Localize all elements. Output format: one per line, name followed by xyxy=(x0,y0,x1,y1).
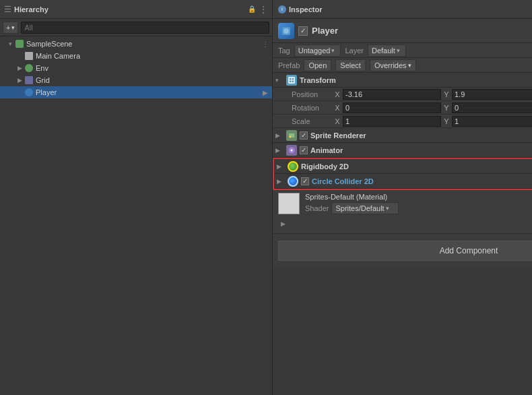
player-icon xyxy=(24,88,34,97)
shader-label: Shader xyxy=(305,204,329,212)
position-y-label: Y xyxy=(442,90,451,98)
rotation-y-input[interactable] xyxy=(452,102,532,113)
object-name: Player xyxy=(312,26,532,36)
scene-arrow: ▾ xyxy=(5,39,15,49)
add-component-label: Add Component xyxy=(440,246,498,255)
hierarchy-content: ▾ SampleScene ⋮ ▶ Main Camera ▶ xyxy=(0,36,272,395)
tree-item-env[interactable]: ▶ Env xyxy=(0,62,272,74)
transform-arrow: ▾ xyxy=(275,77,284,84)
position-y-input[interactable] xyxy=(452,89,532,100)
animator-title: Animator xyxy=(310,146,532,154)
circle-collider-arrow: ▶ xyxy=(277,178,285,185)
prefab-select-button[interactable]: Select xyxy=(335,59,366,71)
plus-icon: + xyxy=(6,24,10,32)
env-icon xyxy=(24,63,34,73)
layer-dropdown[interactable]: Default xyxy=(368,44,406,57)
camera-arrow: ▶ xyxy=(15,51,24,61)
tree-item-maincamera[interactable]: ▶ Main Camera xyxy=(0,50,272,62)
rotation-xyz: X Y Z xyxy=(333,102,532,113)
material-expand-row[interactable]: ▶ xyxy=(278,217,532,231)
position-x-input[interactable] xyxy=(343,89,441,100)
env-label: Env xyxy=(36,64,48,72)
shader-row: Shader Sprites/Default xyxy=(305,202,532,214)
animator-header[interactable]: ▶ Animator ? ⇅ ⋮ xyxy=(273,143,532,158)
tree-item-samplescene[interactable]: ▾ SampleScene ⋮ xyxy=(0,38,272,50)
overrides-arrow: ▾ xyxy=(408,62,411,69)
rigidbody-header[interactable]: ▶ Rigidbody 2D ? ⇅ ⋮ xyxy=(274,159,532,174)
tree-item-grid[interactable]: ▶ Grid xyxy=(0,74,272,86)
position-x-label: X xyxy=(333,90,341,98)
rotation-x-input[interactable] xyxy=(343,102,441,113)
env-arrow: ▶ xyxy=(15,63,24,73)
prefab-overrides-button[interactable]: Overrides ▾ xyxy=(370,59,416,71)
svg-point-1 xyxy=(284,28,289,34)
rigidbody-arrow: ▶ xyxy=(277,163,285,170)
circle-collider-checkbox[interactable] xyxy=(301,177,309,185)
rotation-x-label: X xyxy=(333,104,341,112)
highlighted-components-group: ▶ Rigidbody 2D ? ⇅ ⋮ ▶ Circle Collider 2… xyxy=(273,158,532,190)
tree-item-player[interactable]: ▶ Player ▶ xyxy=(0,86,272,98)
position-label: Position xyxy=(292,90,331,98)
prefab-select-label: Select xyxy=(340,61,361,69)
material-row: Sprites-Default (Material) Shader Sprite… xyxy=(278,193,532,214)
scale-y-input[interactable] xyxy=(452,116,532,127)
tag-value: Untagged xyxy=(298,47,331,55)
animator-arrow: ▶ xyxy=(275,147,284,154)
circle-collider-icon xyxy=(288,176,298,187)
prefab-open-button[interactable]: Open xyxy=(304,59,331,71)
sprite-renderer-header[interactable]: ▶ Sprite Renderer ? ⇅ ⋮ xyxy=(273,128,532,143)
scene-label: SampleScene xyxy=(26,40,73,48)
svg-point-6 xyxy=(290,135,292,138)
add-button-arrow: ▾ xyxy=(11,24,15,31)
hierarchy-lock-icon[interactable]: 🔒 xyxy=(248,5,256,13)
circle-collider-header[interactable]: ▶ Circle Collider 2D ? ⇅ ⋮ xyxy=(274,174,532,189)
add-hierarchy-button[interactable]: + ▾ xyxy=(3,22,18,34)
grid-label: Grid xyxy=(36,76,50,84)
player-arrow: ▶ xyxy=(15,88,24,97)
shader-dropdown[interactable]: Sprites/Default xyxy=(331,202,399,214)
rotation-row: Rotation X Y Z xyxy=(273,101,532,115)
scale-x-label: X xyxy=(333,117,341,125)
hierarchy-panel: ☰ Hierarchy 🔒 ⋮ + ▾ ▾ SampleScene ⋮ xyxy=(0,0,273,395)
player-label: Player xyxy=(36,88,57,96)
inspector-title: Inspector xyxy=(289,5,532,13)
scale-x-input[interactable] xyxy=(343,116,441,127)
tag-dropdown[interactable]: Untagged xyxy=(294,44,341,57)
hierarchy-header: ☰ Hierarchy 🔒 ⋮ xyxy=(0,0,272,19)
camera-icon xyxy=(24,51,34,61)
transform-section-header[interactable]: ▾ Transform ? ⇅ ⋮ xyxy=(273,73,532,88)
object-enable-checkbox[interactable] xyxy=(298,26,308,36)
scene-overflow-menu[interactable]: ⋮ xyxy=(261,38,269,50)
grid-arrow: ▶ xyxy=(15,75,24,85)
object-header: Player Static ▾ xyxy=(273,19,532,43)
material-preview[interactable] xyxy=(278,193,300,214)
prefab-open-label: Open xyxy=(308,61,327,69)
tag-layer-row: Tag Untagged Layer Default xyxy=(273,43,532,58)
add-component-button[interactable]: Add Component xyxy=(278,241,532,261)
sprite-renderer-icon xyxy=(286,130,297,141)
rotation-y-label: Y xyxy=(442,104,451,112)
layer-label: Layer xyxy=(345,47,364,55)
hierarchy-dots-menu[interactable]: ⋮ xyxy=(259,4,268,15)
transform-icon xyxy=(286,75,297,86)
circle-collider-title: Circle Collider 2D xyxy=(312,177,532,185)
rotation-label: Rotation xyxy=(292,104,331,112)
hierarchy-title: Hierarchy xyxy=(14,5,245,13)
animator-checkbox[interactable] xyxy=(300,146,308,154)
object-icon xyxy=(278,23,294,39)
inspector-info-icon: i xyxy=(278,5,286,13)
hierarchy-search-input[interactable] xyxy=(21,22,269,34)
position-xyz: X Y Z xyxy=(333,89,532,100)
scene-icon xyxy=(15,39,24,49)
material-expand-arrow: ▶ xyxy=(278,220,286,227)
position-row: Position X Y Z xyxy=(273,88,532,101)
player-overflow-menu[interactable]: ▶ xyxy=(261,86,269,98)
inspector-content: Player Static ▾ Tag Untagged Layer Defau… xyxy=(273,19,532,395)
sprite-renderer-checkbox[interactable] xyxy=(300,131,308,140)
prefab-row: Prefab Open Select Overrides ▾ xyxy=(273,58,532,73)
rigidbody-icon xyxy=(288,161,298,172)
hierarchy-toolbar: + ▾ xyxy=(0,19,272,36)
player-3d-icon xyxy=(281,26,292,36)
material-section: Sprites-Default (Material) Shader Sprite… xyxy=(273,190,532,234)
tag-label: Tag xyxy=(278,47,290,55)
